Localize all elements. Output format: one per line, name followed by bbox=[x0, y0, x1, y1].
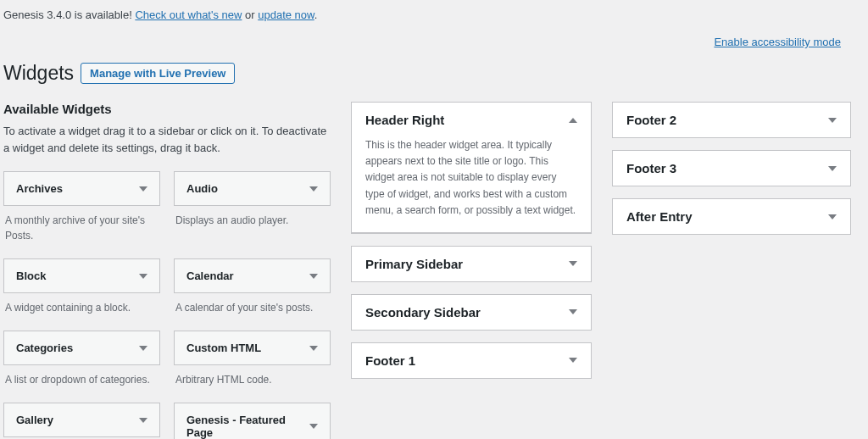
widget-genesis-featured-page[interactable]: Genesis - Featured Page bbox=[174, 403, 331, 439]
widget-description: A widget containing a block. bbox=[3, 293, 160, 315]
widget-description: Displays an audio player. bbox=[174, 206, 331, 228]
area-primary-sidebar[interactable]: Primary Sidebar bbox=[351, 246, 592, 282]
widget-description: A monthly archive of your site's Posts. bbox=[3, 206, 160, 243]
widget-custom-html[interactable]: Custom HTML bbox=[174, 331, 331, 365]
chevron-down-icon bbox=[569, 309, 577, 314]
update-notice: Genesis 3.4.0 is available! Check out wh… bbox=[3, 8, 317, 21]
chevron-down-icon bbox=[309, 346, 318, 351]
chevron-down-icon bbox=[569, 261, 577, 266]
available-widgets-desc: To activate a widget drag it to a sideba… bbox=[3, 123, 331, 156]
area-header-right[interactable]: Header Right This is the header widget a… bbox=[351, 102, 592, 234]
widget-description: A calendar of your site's posts. bbox=[174, 293, 331, 315]
chevron-down-icon bbox=[139, 346, 147, 351]
chevron-down-icon bbox=[139, 186, 147, 192]
widget-calendar[interactable]: Calendar bbox=[174, 258, 331, 293]
area-after-entry[interactable]: After Entry bbox=[612, 198, 851, 235]
widget-archives[interactable]: Archives bbox=[3, 171, 160, 206]
available-widgets-title: Available Widgets bbox=[3, 102, 331, 116]
widget-audio[interactable]: Audio bbox=[174, 171, 331, 206]
chevron-up-icon bbox=[569, 118, 577, 123]
accessibility-mode-link[interactable]: Enable accessibility mode bbox=[714, 8, 851, 48]
area-footer-3[interactable]: Footer 3 bbox=[612, 150, 851, 186]
area-footer-2[interactable]: Footer 2 bbox=[612, 102, 851, 138]
chevron-down-icon bbox=[309, 274, 318, 279]
chevron-down-icon bbox=[828, 118, 837, 123]
area-secondary-sidebar[interactable]: Secondary Sidebar bbox=[351, 294, 592, 331]
whats-new-link[interactable]: Check out what's new bbox=[135, 8, 242, 21]
page-title: Widgets bbox=[3, 62, 74, 85]
chevron-down-icon bbox=[139, 418, 147, 423]
area-footer-1[interactable]: Footer 1 bbox=[351, 342, 592, 379]
chevron-down-icon bbox=[828, 214, 837, 220]
manage-live-preview-button[interactable]: Manage with Live Preview bbox=[81, 63, 235, 84]
widget-block[interactable]: Block bbox=[3, 258, 160, 293]
widget-gallery[interactable]: Gallery bbox=[3, 403, 160, 437]
update-now-link[interactable]: update now bbox=[258, 8, 314, 21]
widget-description: Arbitrary HTML code. bbox=[174, 365, 331, 387]
chevron-down-icon bbox=[828, 166, 837, 171]
chevron-down-icon bbox=[139, 274, 147, 279]
widget-description: A list or dropdown of categories. bbox=[3, 365, 160, 387]
widget-categories[interactable]: Categories bbox=[3, 331, 160, 365]
area-description: This is the header widget area. It typic… bbox=[352, 137, 591, 233]
chevron-down-icon bbox=[309, 186, 318, 192]
chevron-down-icon bbox=[309, 424, 318, 429]
chevron-down-icon bbox=[569, 358, 577, 363]
